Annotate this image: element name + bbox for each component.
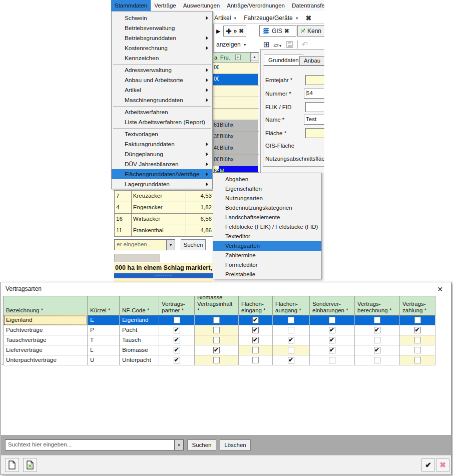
column-header[interactable]: Flächen- eingang * — [239, 296, 273, 315]
delete-record-button[interactable] — [23, 458, 37, 472]
pan-icon[interactable]: ⊞ — [263, 40, 270, 49]
column-header[interactable]: Bezeichnung * — [4, 296, 88, 315]
table-row[interactable]: 4Engeracker1,82 — [115, 202, 213, 214]
menu-item-flaechengrunddaten[interactable]: Flächengrunddaten/Verträge — [112, 169, 212, 179]
cell-vertragsberechnung[interactable] — [355, 355, 400, 365]
cell-vertragspartner[interactable] — [159, 355, 195, 365]
menu-item[interactable]: Düngeplanung — [112, 149, 212, 159]
cancel-button[interactable]: ✖ — [436, 458, 449, 471]
app-search-input[interactable]: er eingeben... — [115, 240, 166, 250]
grid-row[interactable]: 61Blühx — [213, 120, 259, 132]
expand-icon[interactable]: » — [233, 28, 237, 35]
dialog-close-icon[interactable]: ✕ — [433, 284, 446, 294]
table-row[interactable]: 11Frankenthal4,86 — [115, 225, 213, 237]
menu-item[interactable]: Liste Arbeitsverfahren (Report) — [112, 117, 212, 127]
cell-flaecheneingang[interactable] — [239, 345, 273, 355]
submenu-item[interactable]: Texteditor — [213, 232, 321, 241]
submenu-item[interactable]: Eigenschaften — [213, 184, 321, 194]
cell-vertragszahlung[interactable] — [400, 335, 435, 345]
cell-vertragspartner[interactable] — [159, 325, 195, 335]
cell-bezeichnung[interactable]: Tauschverträge — [4, 335, 88, 345]
checkbox[interactable] — [174, 327, 180, 333]
grid-col-fru[interactable]: Fru. △ ▼ — [219, 53, 250, 62]
cell-biomasse[interactable] — [195, 325, 239, 335]
checkbox[interactable] — [288, 347, 294, 353]
cell-vertragsberechnung[interactable] — [355, 335, 400, 345]
checkbox[interactable] — [329, 357, 335, 363]
cell-nfcode[interactable]: Pacht — [120, 325, 159, 335]
dialog-search-input[interactable]: Suchtext hier eingeben... — [6, 440, 174, 450]
artikel-dropdown[interactable]: Artikel — [214, 15, 231, 22]
column-header[interactable]: Vertrags- berechnung * — [355, 296, 400, 315]
submenu-item[interactable]: Feldblöcke (FLIK) / Feldstücke (FID) — [213, 222, 321, 232]
nummer-input[interactable]: 54 — [304, 89, 324, 99]
cell-vertragsberechnung[interactable] — [355, 315, 400, 325]
submenu-item[interactable]: Nutzungsarten — [213, 194, 321, 203]
close-icon[interactable]: ✖ — [239, 28, 244, 35]
app-search-combo[interactable]: er eingeben... ▼ — [114, 239, 175, 250]
undo-icon[interactable]: ↶ — [302, 40, 308, 49]
checkbox[interactable] — [213, 317, 220, 323]
cell-bezeichnung[interactable]: Pachtverträge — [4, 325, 88, 335]
menu-item[interactable]: Kennzeichen — [112, 53, 212, 63]
tab-grunddaten[interactable]: Grunddaten — [264, 55, 303, 66]
menubar-item-antraege[interactable]: Anträge/Verordnungen — [223, 0, 288, 11]
submenu-item[interactable]: Bodennutzungskategorien — [213, 203, 321, 213]
grid-col-ha[interactable]: a — [213, 53, 219, 62]
cell-vertragsberechnung[interactable] — [355, 345, 400, 355]
grid-row[interactable]: 00 — [213, 63, 259, 74]
tab-gis[interactable]: GIS ✖ — [259, 25, 296, 37]
cell-kuerzel[interactable]: E — [88, 315, 120, 325]
cell-sondervereinbarungen[interactable] — [310, 355, 355, 365]
cell-flaecheneingang[interactable] — [239, 315, 273, 325]
tab-kennzahlen[interactable]: Kenn — [297, 25, 324, 37]
erntejahr-input[interactable] — [305, 75, 324, 85]
close-icon[interactable]: ✖ — [284, 28, 289, 35]
submenu-item[interactable]: Zahltermine — [213, 251, 321, 260]
table-row-pachtvertraege[interactable]: Pachtverträge P Pacht — [4, 325, 435, 335]
grid-row[interactable]: 40Blühx — [213, 143, 259, 155]
cell-sondervereinbarungen[interactable] — [310, 325, 355, 335]
cell-biomasse[interactable] — [195, 335, 239, 345]
app-suchen-button[interactable]: Suchen — [181, 239, 206, 250]
menubar-item-vertraege[interactable]: Verträge — [151, 0, 179, 11]
checkbox[interactable] — [329, 337, 335, 343]
chevron-down-icon[interactable]: ▼ — [295, 17, 299, 20]
loeschen-button[interactable]: Löschen — [220, 439, 251, 450]
menubar-item-datentransfer[interactable]: Datentransfer — [288, 0, 324, 11]
menubar-item-stammdaten[interactable]: Stammdaten — [111, 0, 151, 11]
checkbox[interactable] — [213, 347, 220, 353]
combo-dropdown-icon[interactable]: ▼ — [174, 440, 183, 450]
confirm-button[interactable]: ✔ — [421, 458, 435, 471]
menu-item[interactable]: Fakturagrunddaten — [112, 139, 212, 149]
checkbox[interactable] — [374, 317, 380, 323]
cell-biomasse[interactable] — [195, 315, 239, 325]
checkbox[interactable] — [374, 327, 380, 333]
checkbox[interactable] — [374, 347, 380, 353]
play-icon[interactable]: ▶ — [216, 28, 220, 35]
close-icon[interactable]: ✖ — [306, 14, 312, 22]
grid-row[interactable]: 00 — [213, 74, 259, 86]
checkbox[interactable] — [174, 347, 180, 353]
checkbox[interactable] — [213, 357, 220, 363]
cell-kuerzel[interactable]: T — [88, 335, 120, 345]
cell-flaechenausgang[interactable] — [273, 345, 310, 355]
submenu-item[interactable]: Preistabelle — [213, 270, 321, 279]
cell-vertragsberechnung[interactable] — [355, 325, 400, 335]
menu-item[interactable]: Adressverwaltung — [112, 65, 212, 75]
checkbox[interactable] — [252, 357, 259, 363]
cell-vertragszahlung[interactable] — [400, 345, 435, 355]
column-header[interactable]: Vertrags- zahlung * — [400, 296, 435, 315]
cell-bezeichnung[interactable]: Unterpachtverträge — [4, 355, 88, 365]
filter-icon[interactable]: ▼ — [235, 55, 241, 60]
submenu-item[interactable]: Formeleditor — [213, 260, 321, 270]
cell-biomasse[interactable] — [195, 355, 239, 365]
table-row[interactable]: 16Wirtsacker6,56 — [115, 214, 213, 225]
cell-kuerzel[interactable]: U — [88, 355, 120, 365]
cell-flaecheneingang[interactable] — [239, 355, 273, 365]
column-header[interactable]: Kürzel * — [88, 296, 120, 315]
menu-item[interactable]: Lagergrunddaten — [112, 179, 212, 189]
save-icon[interactable] — [286, 41, 293, 48]
checkbox[interactable] — [414, 357, 421, 363]
cell-flaechenausgang[interactable] — [273, 335, 310, 345]
